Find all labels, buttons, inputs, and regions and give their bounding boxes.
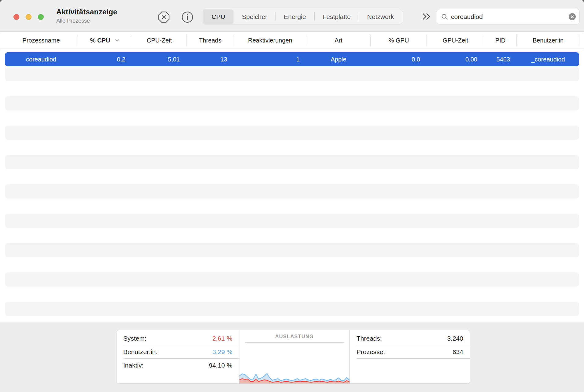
stat-value-prozesse: 634 — [453, 348, 463, 356]
tab-netzwerk[interactable]: Netzwerk — [359, 9, 402, 24]
column-header-benutzer[interactable]: Benutzer:in — [517, 32, 579, 49]
search-icon — [441, 13, 448, 20]
view-tabs: CPU Speicher Energie Festplatte Netzwerk — [203, 9, 402, 24]
empty-table-row — [0, 213, 584, 228]
empty-table-row — [0, 155, 584, 169]
window-title: Aktivitätsanzeige — [56, 8, 117, 16]
process-count-stats: Threads: 3.240 Prozesse: 634 — [349, 330, 470, 383]
column-header-cpu-zeit[interactable]: CPU-Zeit — [132, 32, 187, 49]
column-header-reaktivierungen[interactable]: Reaktivierungen — [234, 32, 306, 49]
empty-rows — [0, 67, 584, 316]
stat-label-benutzer: Benutzer:in: — [123, 348, 157, 356]
empty-table-row — [0, 257, 584, 272]
column-header-cpu-percent[interactable]: % CPU — [77, 32, 132, 49]
minimize-button[interactable] — [26, 14, 31, 20]
window-subtitle: Alle Prozesse — [56, 18, 117, 24]
octagon-x-icon — [158, 19, 170, 24]
cell-benutzer: _coreaudiod — [517, 52, 579, 67]
zoom-button[interactable] — [38, 14, 44, 20]
empty-table-row — [0, 228, 584, 243]
empty-table-row — [0, 199, 584, 213]
toolbar: Aktivitätsanzeige Alle Prozesse CPU — [0, 0, 584, 32]
footer: System: 2,61 % Benutzer:in: 3,29 % Inakt… — [0, 322, 584, 392]
cpu-usage-graph-section: AUSLASTUNG — [239, 330, 349, 383]
column-header-threads[interactable]: Threads — [187, 32, 234, 49]
column-header-art[interactable]: Art — [306, 32, 371, 49]
tab-speicher[interactable]: Speicher — [234, 9, 275, 24]
tab-energie[interactable]: Energie — [275, 9, 314, 24]
empty-table-row — [0, 81, 584, 96]
stat-value-threads: 3.240 — [447, 335, 463, 342]
empty-table-row — [0, 272, 584, 287]
search-field[interactable]: ✕ — [437, 9, 580, 24]
empty-table-row — [0, 301, 584, 316]
column-header-gpu-percent[interactable]: % GPU — [371, 32, 427, 49]
cpu-load-stats: System: 2,61 % Benutzer:in: 3,29 % Inakt… — [116, 330, 239, 383]
cell-reaktivierungen: 1 — [234, 52, 306, 67]
divider — [245, 342, 344, 343]
toolbar-overflow-button[interactable] — [420, 11, 433, 22]
sort-chevron-down-icon — [115, 39, 119, 42]
quit-process-button[interactable] — [158, 11, 170, 23]
empty-table-row — [0, 184, 584, 199]
stat-label-inaktiv: Inaktiv: — [123, 362, 144, 369]
stat-value-benutzer: 3,29 % — [213, 348, 232, 356]
empty-table-row — [0, 169, 584, 184]
empty-table-row — [0, 243, 584, 257]
empty-table-row — [0, 111, 584, 125]
table-header: Prozessname % CPU CPU-Zeit Threads Reakt… — [0, 32, 584, 49]
cell-prozessname: coreaudiod — [5, 52, 77, 67]
column-header-pid[interactable]: PID — [484, 32, 517, 49]
cpu-stats-panel: System: 2,61 % Benutzer:in: 3,29 % Inakt… — [116, 330, 470, 384]
empty-table-row — [0, 125, 584, 140]
cell-cpu-zeit: 5,01 — [132, 52, 187, 67]
empty-table-row — [0, 67, 584, 81]
search-input[interactable] — [451, 13, 569, 20]
column-header-gpu-zeit[interactable]: GPU-Zeit — [427, 32, 484, 49]
cell-art: Apple — [306, 52, 371, 67]
usage-title: AUSLASTUNG — [239, 330, 349, 339]
empty-table-row — [0, 287, 584, 301]
cell-cpu-percent: 0,2 — [77, 52, 132, 67]
divider — [357, 358, 470, 359]
process-row-coreaudiod[interactable]: coreaudiod 0,2 5,01 13 1 Apple 0,0 0,00 … — [0, 52, 584, 67]
tab-festplatte[interactable]: Festplatte — [314, 9, 359, 24]
activity-monitor-window: Aktivitätsanzeige Alle Prozesse CPU — [0, 0, 584, 392]
stat-label-threads: Threads: — [357, 335, 382, 342]
column-header-prozessname[interactable]: Prozessname — [5, 32, 77, 49]
stat-label-prozesse: Prozesse: — [357, 348, 385, 356]
cell-gpu-zeit: 0,00 — [427, 52, 484, 67]
double-chevron-right-icon — [421, 17, 432, 22]
close-button[interactable] — [13, 14, 19, 20]
stat-label-system: System: — [123, 335, 146, 342]
traffic-lights — [13, 14, 44, 20]
process-table: coreaudiod 0,2 5,01 13 1 Apple 0,0 0,00 … — [0, 49, 584, 322]
empty-table-row — [0, 140, 584, 155]
cpu-usage-chart — [239, 366, 349, 383]
cell-threads: 13 — [187, 52, 234, 67]
info-icon — [182, 19, 193, 24]
tab-cpu[interactable]: CPU — [203, 9, 233, 24]
cell-gpu-percent: 0,0 — [371, 52, 427, 67]
empty-table-row — [0, 96, 584, 111]
stat-value-system: 2,61 % — [213, 335, 232, 342]
inspect-process-button[interactable] — [182, 11, 193, 23]
stat-value-inaktiv: 94,10 % — [209, 362, 232, 369]
search-clear-button[interactable]: ✕ — [569, 13, 576, 20]
cell-pid: 5463 — [484, 52, 517, 67]
